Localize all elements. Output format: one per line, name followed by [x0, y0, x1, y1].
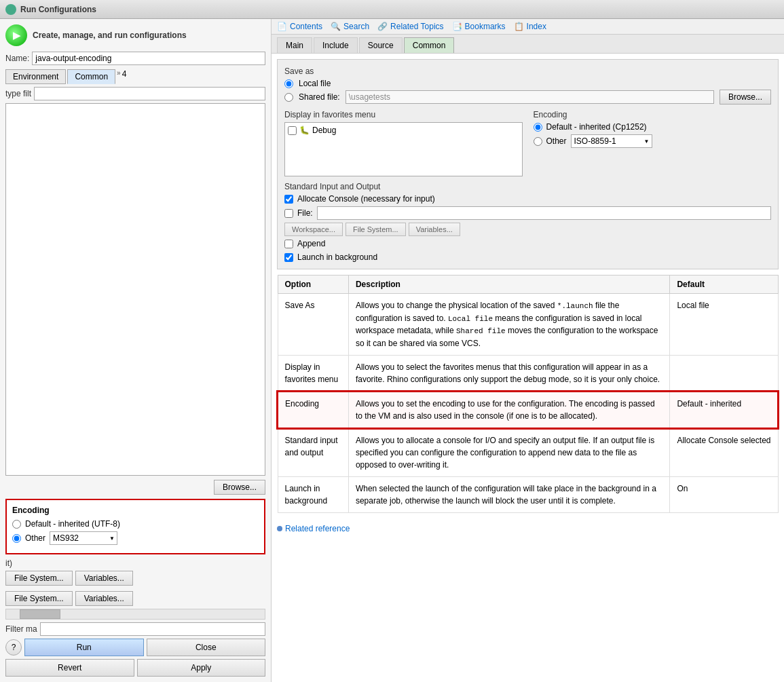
shared-file-row: Shared file: Browse... — [284, 90, 771, 105]
alloc-console-label: Allocate Console (necessary for input) — [297, 194, 435, 204]
revert-button[interactable]: Revert — [5, 659, 134, 677]
config-tab-source[interactable]: Source — [359, 37, 403, 53]
variables-button[interactable]: Variables... — [409, 223, 460, 236]
encoding-section: Encoding Default - inherited (UTF-8) Oth… — [5, 499, 265, 554]
help-tab-contents[interactable]: 📄 Contents — [277, 22, 322, 31]
table-cell-option: Encoding — [278, 392, 348, 428]
table-cell-description: Allows you to allocate a console for I/O… — [348, 428, 669, 477]
type-label: type filt — [5, 89, 31, 98]
tab-environment[interactable]: Environment — [5, 69, 66, 84]
right-content: Save as Local file Shared file: Browse..… — [272, 54, 784, 682]
type-filter-input[interactable] — [34, 87, 265, 100]
save-as-title: Save as — [284, 67, 771, 76]
help-tab-index[interactable]: 📋 Index — [514, 22, 546, 31]
shared-file-label: Shared file: — [299, 92, 340, 102]
variables-btn-1[interactable]: Variables... — [75, 571, 133, 586]
favorites-title: Display in favorites menu — [284, 110, 523, 119]
left-content-area — [5, 103, 265, 476]
table-row: Save AsAllows you to change the physical… — [278, 294, 778, 356]
file-output-input[interactable] — [317, 206, 771, 220]
enc-right-other-label: Other — [546, 136, 567, 146]
file-output-checkbox[interactable] — [284, 209, 293, 218]
expand-icon: » — [117, 69, 121, 84]
shared-file-input[interactable] — [346, 90, 714, 104]
table-row: EncodingAllows you to set the encoding t… — [278, 392, 778, 428]
config-form: Save as Local file Shared file: Browse..… — [277, 59, 779, 269]
filter-input[interactable] — [40, 622, 265, 636]
favorites-debug-icon: 🐛 — [299, 126, 310, 135]
help-button[interactable]: ? — [5, 639, 22, 656]
run-button[interactable]: Run — [24, 639, 144, 656]
name-label: Name: — [5, 54, 29, 63]
left-header: ▶ Create, manage, and run configurations — [5, 24, 265, 46]
filter-row: Filter ma — [5, 622, 265, 636]
col-description: Description — [348, 276, 669, 294]
help-tab-related-topics[interactable]: 🔗 Related Topics — [377, 22, 444, 31]
help-tab-bookmarks[interactable]: 📑 Bookmarks — [452, 22, 506, 31]
col-default: Default — [670, 276, 778, 294]
enc-right-default-radio[interactable] — [534, 123, 542, 132]
filter-label: Filter ma — [5, 624, 37, 634]
file-system-btn-2[interactable]: File System... — [5, 591, 73, 606]
file-system-btn-1[interactable]: File System... — [5, 571, 73, 586]
file-btns-1: File System... Variables... — [5, 571, 265, 586]
table-cell-description: Allows you to set the encoding to use fo… — [348, 392, 669, 428]
browse-button[interactable]: Browse... — [214, 480, 265, 495]
apply-button[interactable]: Apply — [137, 659, 266, 677]
help-tab-search[interactable]: 🔍 Search — [331, 22, 369, 31]
revert-apply-row: Revert Apply — [5, 659, 265, 677]
table-cell-default: Local file — [670, 294, 778, 356]
horizontal-scrollbar[interactable] — [5, 609, 265, 620]
name-input[interactable] — [32, 52, 265, 65]
table-row: Launch in backgroundWhen selected the la… — [278, 476, 778, 512]
right-panel: 📄 Contents 🔍 Search 🔗 Related Topics 📑 B… — [272, 19, 784, 682]
app-icon — [5, 4, 16, 15]
table-cell-option: Launch in background — [278, 476, 348, 512]
encoding-col: Encoding Default - inherited (Cp1252) Ot… — [534, 110, 772, 176]
encoding-other-row: Other MS932 UTF-8 ISO-8859-1 US-ASCII — [12, 531, 259, 545]
shared-file-radio[interactable] — [284, 93, 293, 102]
append-label: Append — [297, 239, 325, 248]
append-checkbox[interactable] — [284, 240, 293, 248]
encoding-other-radio[interactable] — [12, 534, 21, 543]
tabs-row: Environment Common » 4 — [5, 69, 265, 84]
scrollbar-thumb — [20, 609, 60, 619]
file-btns-2: File System... Variables... — [5, 591, 265, 606]
workspace-button[interactable]: Workspace... — [284, 223, 343, 236]
enc-right-dropdown[interactable]: ISO-8859-1 UTF-8 US-ASCII UTF-16 — [571, 134, 652, 148]
expand-count: 4 — [122, 69, 127, 84]
local-file-label: Local file — [299, 79, 331, 88]
table-cell-default: Allocate Console selected — [670, 428, 778, 477]
alloc-console-checkbox[interactable] — [284, 195, 293, 204]
enc-right-other-radio[interactable] — [534, 137, 542, 146]
file-label: File: — [297, 208, 313, 218]
table-cell-description: When selected the launch of the configur… — [348, 476, 669, 512]
encoding-dropdown[interactable]: MS932 UTF-8 ISO-8859-1 US-ASCII — [50, 531, 117, 545]
config-tab-main[interactable]: Main — [277, 37, 312, 53]
table-row: Standard input and outputAllows you to a… — [278, 428, 778, 477]
close-button[interactable]: Close — [147, 639, 266, 656]
favorites-debug-checkbox[interactable] — [288, 126, 297, 135]
file-system-button[interactable]: File System... — [346, 223, 406, 236]
launch-row: Launch in background — [284, 252, 771, 262]
config-tab-include[interactable]: Include — [314, 37, 358, 53]
enc-other-row: Other ISO-8859-1 UTF-8 US-ASCII UTF-16 — [534, 134, 772, 148]
related-ref-link[interactable]: Related reference — [285, 524, 350, 533]
launch-bg-checkbox[interactable] — [284, 253, 293, 262]
enc-default-row: Default - inherited (Cp1252) — [534, 122, 772, 132]
tab-common[interactable]: Common — [67, 69, 115, 84]
encoding-default-row: Default - inherited (UTF-8) — [12, 519, 259, 529]
table-cell-option: Standard input and output — [278, 428, 348, 477]
help-table: Option Description Default Save AsAllows… — [277, 275, 779, 513]
encoding-section-title: Encoding — [12, 506, 259, 515]
run-icon[interactable]: ▶ — [5, 24, 27, 46]
config-tab-common[interactable]: Common — [404, 37, 455, 53]
shared-browse-button[interactable]: Browse... — [720, 90, 771, 105]
related-ref: Related reference — [272, 518, 784, 539]
browse-row: Browse... — [5, 480, 265, 495]
local-file-radio[interactable] — [284, 79, 293, 88]
append-row: Append — [284, 239, 771, 248]
encoding-default-radio[interactable] — [12, 520, 21, 529]
variables-btn-2[interactable]: Variables... — [75, 591, 133, 606]
content-tabs: Main Include Source Common — [272, 35, 784, 54]
